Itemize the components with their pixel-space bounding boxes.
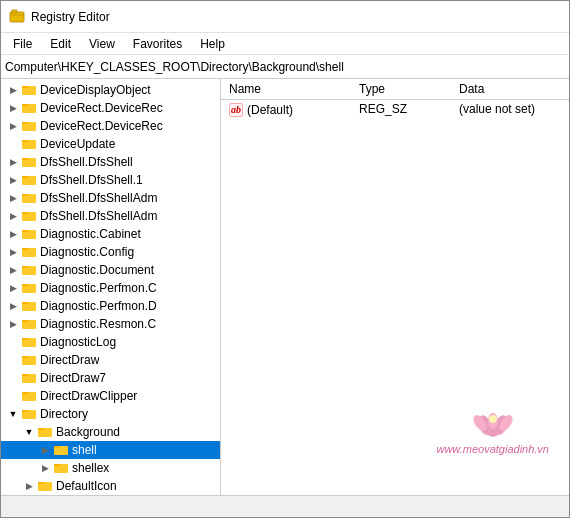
expand-icon[interactable]: ▶: [5, 262, 21, 278]
tree-item[interactable]: ▶ DfsShell.DfsShell: [1, 153, 220, 171]
svg-point-57: [488, 413, 498, 429]
tree-item-label: DirectDraw: [40, 353, 99, 367]
folder-icon: [37, 479, 53, 493]
tree-item[interactable]: ▶ DirectDraw: [1, 351, 220, 369]
tree-item-label: Background: [56, 425, 120, 439]
svg-point-52: [485, 417, 501, 437]
folder-icon: [21, 83, 37, 97]
tree-item[interactable]: ▶ DfsShell.DfsShellAdm: [1, 207, 220, 225]
expand-icon[interactable]: ▶: [5, 298, 21, 314]
menu-view[interactable]: View: [81, 35, 123, 53]
expand-icon[interactable]: ▶: [37, 442, 53, 458]
expand-icon[interactable]: ▶: [5, 226, 21, 242]
svg-rect-18: [22, 212, 28, 214]
expand-icon[interactable]: ▶: [5, 82, 21, 98]
data-table: Name Type Data ab (Default) REG_SZ: [221, 79, 569, 119]
folder-icon: [21, 389, 37, 403]
folder-icon: [21, 119, 37, 133]
tree-item[interactable]: ▶ DirectDrawClipper: [1, 387, 220, 405]
expand-icon[interactable]: ▶: [5, 244, 21, 260]
expand-icon[interactable]: ▼: [5, 406, 21, 422]
tree-item-label: Diagnostic.Document: [40, 263, 154, 277]
menu-help[interactable]: Help: [192, 35, 233, 53]
tree-item-label: shell: [72, 443, 97, 457]
tree-item[interactable]: ▶ DeviceRect.DeviceRec: [1, 99, 220, 117]
svg-rect-20: [22, 230, 28, 232]
menu-edit[interactable]: Edit: [42, 35, 79, 53]
folder-icon: [21, 155, 37, 169]
tree-item[interactable]: ▶ Diagnostic.Config: [1, 243, 220, 261]
tree-item-shell[interactable]: ▶ shell: [1, 441, 220, 459]
expand-icon[interactable]: ▶: [21, 478, 37, 494]
tree-item-label: DfsShell.DfsShellAdm: [40, 191, 157, 205]
menu-favorites[interactable]: Favorites: [125, 35, 190, 53]
svg-rect-36: [22, 374, 28, 376]
column-type[interactable]: Type: [351, 79, 451, 100]
watermark-flower: [436, 399, 549, 443]
tree-item[interactable]: ▶ DfsShell.DfsShellAdm: [1, 189, 220, 207]
svg-rect-0: [10, 12, 24, 22]
svg-rect-34: [22, 356, 28, 358]
column-data[interactable]: Data: [451, 79, 569, 100]
row-name: ab (Default): [221, 100, 351, 119]
expand-icon[interactable]: ▶: [5, 172, 21, 188]
folder-icon: [21, 191, 37, 205]
tree-item[interactable]: ▶ Diagnostic.Document: [1, 261, 220, 279]
tree-item[interactable]: ▶ DeviceDisplayObject: [1, 81, 220, 99]
svg-point-55: [470, 413, 489, 433]
expand-icon[interactable]: ▼: [21, 424, 37, 440]
tree-item-shellex[interactable]: ▶ shellex: [1, 459, 220, 477]
svg-point-54: [492, 414, 510, 437]
folder-icon: [21, 281, 37, 295]
tree-item-background[interactable]: ▼ Background: [1, 423, 220, 441]
svg-rect-16: [22, 194, 28, 196]
tree-item[interactable]: ▶ DirectDraw7: [1, 369, 220, 387]
status-bar: [1, 495, 569, 517]
main-content: ▶ DeviceDisplayObject ▶ DeviceRect.Devic…: [1, 79, 569, 495]
folder-icon: [21, 371, 37, 385]
data-panel: Name Type Data ab (Default) REG_SZ: [221, 79, 569, 495]
address-bar: Computer\HKEY_CLASSES_ROOT\Directory\Bac…: [1, 55, 569, 79]
folder-icon: [21, 209, 37, 223]
svg-rect-46: [54, 464, 60, 466]
svg-rect-4: [22, 86, 28, 88]
tree-item-defaulticon[interactable]: ▶ DefaultIcon: [1, 477, 220, 495]
tree-item-directory[interactable]: ▼ Directory: [1, 405, 220, 423]
tree-item[interactable]: ▶ Diagnostic.Cabinet: [1, 225, 220, 243]
registry-value-icon: ab: [229, 103, 243, 117]
tree-item[interactable]: ▶ Diagnostic.Perfmon.C: [1, 279, 220, 297]
expand-icon[interactable]: ▶: [5, 208, 21, 224]
tree-item-label: DfsShell.DfsShell: [40, 155, 133, 169]
table-row[interactable]: ab (Default) REG_SZ (value not set): [221, 100, 569, 119]
svg-rect-8: [22, 122, 28, 124]
expand-icon[interactable]: ▶: [5, 280, 21, 296]
window-title: Registry Editor: [31, 10, 110, 24]
registry-editor-window: Registry Editor File Edit View Favorites…: [0, 0, 570, 518]
tree-item[interactable]: ▶ Diagnostic.Resmon.C: [1, 315, 220, 333]
column-name[interactable]: Name: [221, 79, 351, 100]
menu-file[interactable]: File: [5, 35, 40, 53]
svg-rect-40: [22, 410, 28, 412]
tree-item[interactable]: ▶ Diagnostic.Perfmon.D: [1, 297, 220, 315]
app-icon: [9, 9, 25, 25]
folder-icon: [21, 407, 37, 421]
expand-icon[interactable]: ▶: [5, 118, 21, 134]
expand-icon[interactable]: ▶: [37, 460, 53, 476]
folder-icon: [21, 317, 37, 331]
expand-icon[interactable]: ▶: [5, 100, 21, 116]
tree-item[interactable]: ▶ DiagnosticLog: [1, 333, 220, 351]
title-bar: Registry Editor: [1, 1, 569, 33]
tree-item-label: DfsShell.DfsShell.1: [40, 173, 143, 187]
tree-item-label: Diagnostic.Perfmon.D: [40, 299, 157, 313]
svg-rect-28: [22, 302, 28, 304]
expand-icon[interactable]: ▶: [5, 154, 21, 170]
tree-item[interactable]: ▶ DeviceRect.DeviceRec: [1, 117, 220, 135]
expand-icon[interactable]: ▶: [5, 190, 21, 206]
expand-icon[interactable]: ▶: [5, 316, 21, 332]
tree-item[interactable]: ▶ DfsShell.DfsShell.1: [1, 171, 220, 189]
svg-rect-38: [22, 392, 28, 394]
watermark: www.meovatgiadinh.vn: [436, 399, 549, 455]
tree-item-label: DiagnosticLog: [40, 335, 116, 349]
tree-panel[interactable]: ▶ DeviceDisplayObject ▶ DeviceRect.Devic…: [1, 79, 221, 495]
tree-item[interactable]: ▶ DeviceUpdate: [1, 135, 220, 153]
